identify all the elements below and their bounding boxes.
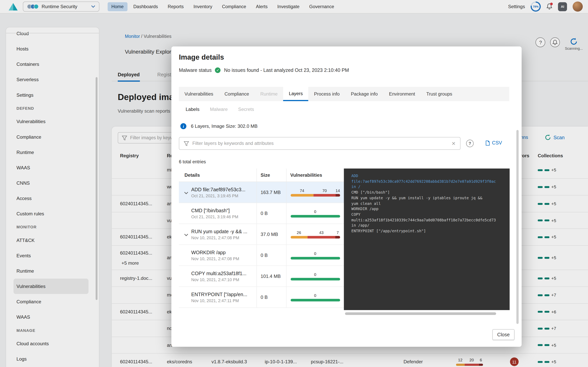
layer-size-cell: 37.0 MB (257, 224, 286, 244)
csv-file-icon (485, 140, 490, 145)
layer-details-cell: ENTRYPOINT ["/app/en...Nov 10, 2021, 2:4… (179, 287, 257, 307)
layer-row[interactable]: CMD ["/bin/bash"]Oct 21, 2021, 3:19:46 P… (179, 203, 344, 224)
malware-status-label: Malware status (179, 67, 212, 73)
layer-size-cell: 0 B (257, 203, 286, 224)
layers-header-size: Size (257, 168, 286, 182)
modal-tab-trust-groups[interactable]: Trust groups (421, 87, 458, 101)
layer-row[interactable]: COPY multi:a253af18f1...Nov 10, 2021, 2:… (179, 266, 344, 287)
chevron-down-icon[interactable] (184, 231, 188, 238)
code-line: WORKDIR /app (351, 206, 510, 212)
layer-code-panel: ADDfile:7aef897e53c30ca977c42dd7692208ab… (344, 168, 510, 310)
modal-scrollbar[interactable] (517, 130, 519, 324)
modal-tab-package-info[interactable]: Package info (345, 87, 383, 101)
modal-tab-layers[interactable]: Layers (283, 87, 309, 101)
layers-filter[interactable]: ✕ (179, 137, 460, 150)
layer-row[interactable]: ADD file:7aef897e53c3...Oct 21, 2021, 3:… (179, 182, 344, 203)
layer-details-cell: CMD ["/bin/bash"]Oct 21, 2021, 3:19:46 P… (179, 203, 257, 224)
code-line: in /app/ (351, 223, 510, 228)
layer-vulnerabilities-cell: 0 (286, 287, 344, 307)
filter-help-icon[interactable]: ? (466, 140, 474, 147)
layer-title: RUN yum update -y && ... (191, 229, 257, 234)
layer-row[interactable]: WORKDIR /appNov 10, 2021, 2:47:08 PM0 B0 (179, 245, 344, 266)
app-root: Runtime Security HomeDashboardsReportsIn… (0, 0, 588, 367)
layer-title: ADD file:7aef897e53c3... (191, 187, 257, 192)
layer-date: Nov 10, 2021, 2:47:08 PM (191, 256, 257, 261)
layer-title: ENTRYPOINT ["/app/en... (191, 292, 257, 297)
layer-title: COPY multi:a253af18f1... (191, 270, 257, 276)
layer-row[interactable]: RUN yum update -y && ...Nov 10, 2021, 2:… (179, 224, 344, 245)
layer-title: WORKDIR /app (191, 250, 257, 255)
layers-table: Details Size Vulnerabilities ADD file:7a… (179, 168, 344, 308)
modal-tabs: VulnerabilitiesComplianceRuntimeLayersPr… (179, 87, 509, 101)
layer-row[interactable]: ENTRYPOINT ["/app/en...Nov 10, 2021, 2:4… (179, 287, 344, 308)
vulnerability-bar: 0 (291, 293, 340, 301)
layer-vulnerabilities-cell: 0 (286, 245, 344, 266)
chevron-down-icon[interactable] (184, 189, 188, 196)
vulnerability-bar: 26437 (291, 230, 340, 238)
layer-rows: ADD file:7aef897e53c3...Oct 21, 2021, 3:… (179, 182, 344, 308)
layers-summary-row: i 6 Layers, Image Size: 302.0 MB (181, 123, 258, 129)
modal-tab-process-info[interactable]: Process info (308, 87, 345, 101)
code-line: ENTRYPOINT ["/app/entrypoint.sh"] (351, 228, 510, 234)
code-line: ADD (351, 173, 510, 179)
layer-details-cell: RUN yum update -y && ...Nov 10, 2021, 2:… (179, 224, 257, 244)
layer-date: Oct 21, 2021, 3:19:46 PM (191, 214, 257, 219)
layer-date: Nov 10, 2021, 2:47:10 PM (191, 277, 257, 282)
modal-tab-environment[interactable]: Environment (383, 87, 421, 101)
malware-status-row: Malware status ✓ No issues found - Last … (179, 67, 349, 73)
layer-size-cell: 101.4 MB (257, 266, 286, 286)
layer-title: CMD ["/bin/bash"] (191, 208, 257, 213)
code-line: file:7aef897e53c30ca977c42dd7692208abbd3… (351, 179, 510, 184)
code-line: RUN yum update -y && yum install -y ipta… (351, 195, 510, 201)
modal-subtab-labels[interactable]: Labels (186, 107, 199, 112)
vulnerability-bar: 747014 (291, 188, 340, 196)
success-check-icon: ✓ (215, 67, 221, 73)
layers-summary: 6 Layers, Image Size: 302.0 MB (191, 124, 258, 129)
image-details-modal: Image details Malware status ✓ No issues… (171, 46, 521, 347)
modal-tab-vulnerabilities[interactable]: Vulnerabilities (179, 87, 219, 101)
code-line: multi:a253af18f1b4210339c744c9aa7a0d0708… (351, 217, 510, 223)
modal-tab-compliance[interactable]: Compliance (219, 87, 255, 101)
layer-size-cell: 0 B (257, 287, 286, 307)
layer-date: Oct 21, 2021, 3:19:45 PM (191, 193, 257, 198)
layer-size-cell: 0 B (257, 245, 286, 266)
layer-date: Nov 10, 2021, 2:47:08 PM (191, 235, 257, 240)
vulnerability-bar: 0 (291, 272, 340, 280)
layers-header-vulnerabilities: Vulnerabilities (286, 168, 344, 182)
code-line: CMD ["/bin/bash"] (351, 190, 510, 195)
layer-date: Nov 10, 2021, 2:47:11 PM (191, 298, 257, 303)
modal-title: Image details (179, 53, 224, 61)
layer-details-cell: ADD file:7aef897e53c3...Oct 21, 2021, 3:… (179, 182, 257, 202)
layer-details-cell: WORKDIR /appNov 10, 2021, 2:47:08 PM (179, 245, 257, 266)
csv-label: CSV (492, 140, 502, 146)
csv-export-button[interactable]: CSV (485, 140, 502, 146)
modal-subtab-malware[interactable]: Malware (210, 107, 228, 112)
code-line: yum clean all (351, 201, 510, 206)
layer-vulnerabilities-cell: 747014 (286, 182, 344, 202)
modal-subtab-secrets[interactable]: Secrets (238, 107, 254, 112)
layers-header-details: Details (179, 168, 257, 182)
close-button[interactable]: Close (492, 329, 515, 340)
layer-vulnerabilities-cell: 0 (286, 203, 344, 224)
clear-filter-icon[interactable]: ✕ (451, 141, 456, 146)
layers-table-header: Details Size Vulnerabilities (179, 168, 344, 182)
total-entries: 6 total entries (179, 159, 206, 165)
layer-vulnerabilities-cell: 26437 (286, 224, 344, 244)
malware-status-value: No issues found - Last analyzed Oct 23, … (224, 67, 349, 73)
code-panel-horizontal-scrollbar[interactable] (345, 312, 496, 315)
layer-size-cell: 163.7 MB (257, 182, 286, 202)
modal-subtabs: LabelsMalwareSecrets (186, 107, 254, 112)
layer-details-cell: COPY multi:a253af18f1...Nov 10, 2021, 2:… (179, 266, 257, 286)
modal-tab-runtime[interactable]: Runtime (255, 87, 283, 101)
code-line: in / (351, 184, 510, 190)
filter-funnel-icon (184, 141, 189, 146)
code-line: COPY (351, 212, 510, 217)
layers-filter-input[interactable] (192, 141, 448, 146)
vulnerability-bar: 0 (291, 251, 340, 259)
vulnerability-bar: 0 (291, 209, 340, 217)
layer-vulnerabilities-cell: 0 (286, 266, 344, 286)
info-icon: i (181, 123, 186, 129)
